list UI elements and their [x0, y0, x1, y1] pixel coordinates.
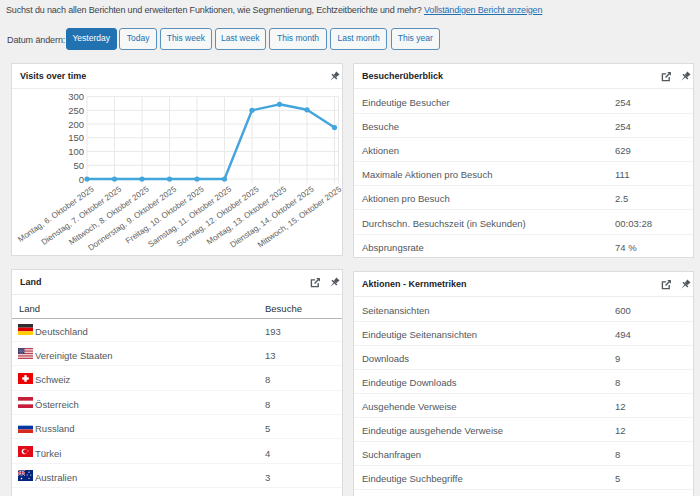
svg-text:50: 50 — [73, 160, 84, 171]
svg-text:300: 300 — [68, 91, 84, 102]
svg-text:100: 100 — [68, 146, 84, 157]
svg-text:200: 200 — [68, 119, 84, 130]
svg-text:250: 250 — [68, 105, 84, 116]
svg-text:0: 0 — [79, 174, 84, 185]
svg-text:150: 150 — [68, 132, 84, 143]
